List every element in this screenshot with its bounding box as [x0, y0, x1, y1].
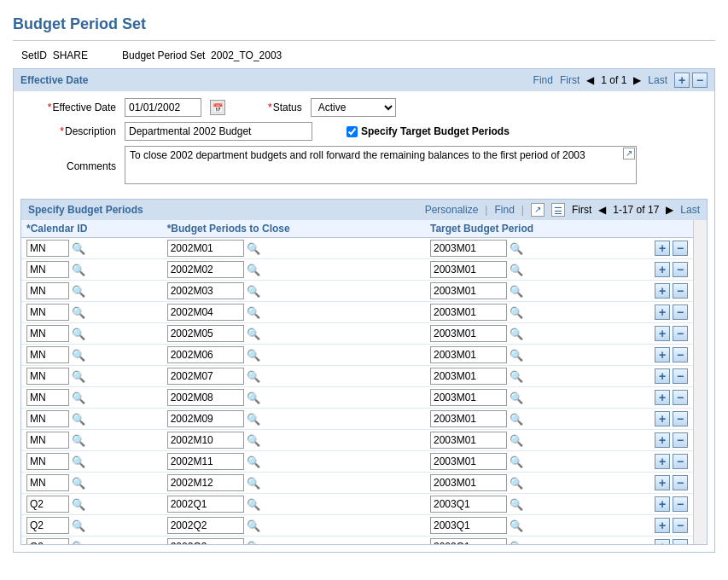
- calendar-id-search-icon[interactable]: 🔍: [72, 413, 85, 426]
- section-add-button[interactable]: +: [674, 72, 690, 88]
- row-add-button[interactable]: +: [655, 326, 670, 341]
- find-link[interactable]: Find: [533, 74, 553, 86]
- budget-period-input[interactable]: [167, 389, 244, 406]
- target-period-search-icon[interactable]: 🔍: [510, 541, 523, 544]
- calendar-id-input[interactable]: [26, 346, 69, 363]
- calendar-id-input[interactable]: [26, 368, 69, 385]
- target-period-input[interactable]: [430, 432, 507, 449]
- target-period-search-icon[interactable]: 🔍: [510, 413, 523, 426]
- budget-period-search-icon[interactable]: 🔍: [247, 477, 260, 490]
- calendar-id-input[interactable]: [26, 410, 69, 427]
- budget-period-input[interactable]: [167, 538, 244, 544]
- target-period-input[interactable]: [430, 517, 507, 534]
- budget-period-input[interactable]: [167, 304, 244, 321]
- subgrid-find-link[interactable]: Find: [494, 204, 514, 216]
- budget-period-search-icon[interactable]: 🔍: [247, 413, 260, 426]
- target-period-search-icon[interactable]: 🔍: [510, 477, 523, 490]
- row-remove-button[interactable]: −: [673, 304, 688, 320]
- budget-period-input[interactable]: [167, 325, 244, 342]
- row-add-button[interactable]: +: [655, 347, 670, 362]
- row-remove-button[interactable]: −: [673, 496, 688, 512]
- row-remove-button[interactable]: −: [673, 326, 688, 341]
- target-period-search-icon[interactable]: 🔍: [510, 519, 523, 533]
- calendar-id-search-icon[interactable]: 🔍: [72, 349, 85, 362]
- scrollbar-track[interactable]: [693, 220, 707, 544]
- target-period-search-icon[interactable]: 🔍: [510, 264, 523, 277]
- calendar-id-input[interactable]: [26, 496, 69, 513]
- target-period-input[interactable]: [430, 453, 507, 470]
- calendar-id-search-icon[interactable]: 🔍: [72, 392, 85, 405]
- row-add-button[interactable]: +: [655, 539, 670, 544]
- specify-target-checkbox[interactable]: [347, 126, 358, 137]
- budget-period-input[interactable]: [167, 368, 244, 385]
- budget-period-search-icon[interactable]: 🔍: [247, 264, 260, 277]
- target-period-search-icon[interactable]: 🔍: [510, 349, 523, 362]
- comments-textarea[interactable]: [125, 146, 637, 184]
- target-period-input[interactable]: [430, 389, 507, 406]
- first-link[interactable]: First: [560, 74, 579, 86]
- row-add-button[interactable]: +: [655, 304, 670, 320]
- target-period-search-icon[interactable]: 🔍: [510, 306, 523, 320]
- budget-period-input[interactable]: [167, 496, 244, 513]
- subgrid-last-link[interactable]: Last: [680, 204, 700, 216]
- calendar-id-input[interactable]: [26, 538, 69, 544]
- calendar-icon[interactable]: 📅: [210, 100, 225, 115]
- budget-period-input[interactable]: [167, 474, 244, 491]
- calendar-id-search-icon[interactable]: 🔍: [72, 264, 85, 277]
- target-period-search-icon[interactable]: 🔍: [510, 392, 523, 405]
- calendar-id-search-icon[interactable]: 🔍: [72, 370, 85, 384]
- target-period-search-icon[interactable]: 🔍: [510, 285, 523, 299]
- row-add-button[interactable]: +: [655, 262, 670, 277]
- budget-period-search-icon[interactable]: 🔍: [247, 519, 260, 533]
- budget-period-search-icon[interactable]: 🔍: [247, 306, 260, 320]
- budget-period-search-icon[interactable]: 🔍: [247, 541, 260, 544]
- calendar-id-search-icon[interactable]: 🔍: [72, 242, 85, 256]
- target-period-search-icon[interactable]: 🔍: [510, 434, 523, 448]
- row-remove-button[interactable]: −: [673, 347, 688, 362]
- budget-period-input[interactable]: [167, 410, 244, 427]
- target-period-input[interactable]: [430, 261, 507, 278]
- budget-period-search-icon[interactable]: 🔍: [247, 392, 260, 405]
- budget-period-input[interactable]: [167, 453, 244, 470]
- calendar-id-input[interactable]: [26, 282, 69, 299]
- row-remove-button[interactable]: −: [673, 432, 688, 448]
- row-add-button[interactable]: +: [655, 454, 670, 469]
- target-period-input[interactable]: [430, 304, 507, 321]
- subgrid-expand-icon[interactable]: ↗: [531, 203, 545, 217]
- row-add-button[interactable]: +: [655, 411, 670, 426]
- calendar-id-input[interactable]: [26, 325, 69, 342]
- row-add-button[interactable]: +: [655, 496, 670, 512]
- budget-period-input[interactable]: [167, 282, 244, 299]
- section-remove-button[interactable]: −: [692, 72, 708, 88]
- target-period-input[interactable]: [430, 538, 507, 544]
- budget-period-search-icon[interactable]: 🔍: [247, 349, 260, 362]
- calendar-id-search-icon[interactable]: 🔍: [72, 519, 85, 533]
- calendar-id-input[interactable]: [26, 474, 69, 491]
- row-add-button[interactable]: +: [655, 390, 670, 405]
- calendar-id-search-icon[interactable]: 🔍: [72, 434, 85, 448]
- calendar-id-search-icon[interactable]: 🔍: [72, 498, 85, 512]
- status-select[interactable]: Active Inactive: [311, 98, 396, 117]
- row-add-button[interactable]: +: [655, 432, 670, 448]
- row-add-button[interactable]: +: [655, 241, 670, 256]
- row-remove-button[interactable]: −: [673, 368, 688, 384]
- target-period-search-icon[interactable]: 🔍: [510, 242, 523, 256]
- calendar-id-input[interactable]: [26, 453, 69, 470]
- budget-period-search-icon[interactable]: 🔍: [247, 498, 260, 512]
- calendar-id-search-icon[interactable]: 🔍: [72, 285, 85, 299]
- calendar-id-input[interactable]: [26, 389, 69, 406]
- target-period-input[interactable]: [430, 368, 507, 385]
- row-remove-button[interactable]: −: [673, 539, 688, 544]
- budget-period-search-icon[interactable]: 🔍: [247, 328, 260, 341]
- last-link[interactable]: Last: [648, 74, 667, 86]
- target-period-input[interactable]: [430, 410, 507, 427]
- calendar-id-search-icon[interactable]: 🔍: [72, 477, 85, 490]
- expand-comments-icon[interactable]: ↗: [623, 148, 635, 160]
- row-remove-button[interactable]: −: [673, 518, 688, 533]
- target-period-input[interactable]: [430, 474, 507, 491]
- row-add-button[interactable]: +: [655, 518, 670, 533]
- calendar-id-input[interactable]: [26, 240, 69, 257]
- budget-period-input[interactable]: [167, 517, 244, 534]
- calendar-id-input[interactable]: [26, 517, 69, 534]
- calendar-id-search-icon[interactable]: 🔍: [72, 455, 85, 469]
